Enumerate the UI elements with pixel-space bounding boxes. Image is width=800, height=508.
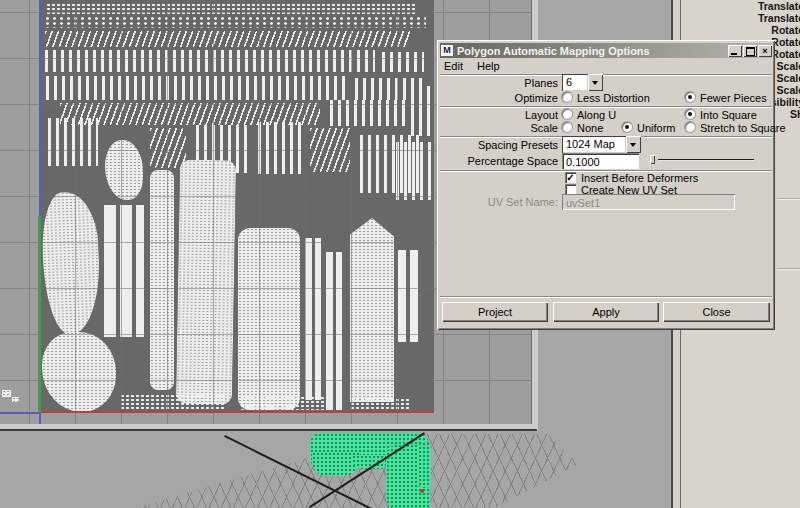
selected-vertex-dot	[420, 489, 424, 493]
uv-set-name-label: UV Set Name:	[437, 196, 558, 208]
uv-shell	[176, 160, 236, 405]
menu-help[interactable]: Help	[477, 60, 500, 72]
uv-shell	[396, 142, 434, 200]
radio-label: Uniform	[637, 122, 676, 134]
uv-axis-extended	[0, 412, 39, 414]
planes-value: 6	[562, 74, 588, 91]
selected-mesh[interactable]	[418, 442, 431, 488]
radio-along-u[interactable]	[562, 109, 572, 119]
uv-shell	[305, 238, 321, 400]
uv-axis-v	[38, 216, 41, 413]
maya-workspace: { "dialog": { "title": "Polygon Automati…	[0, 0, 800, 508]
uv-shell-band	[330, 100, 410, 126]
uv-shell	[12, 397, 19, 402]
apply-button[interactable]: Apply	[553, 302, 659, 322]
uv-shell-band	[350, 398, 410, 410]
dialog-titlebar[interactable]: M Polygon Automatic Mapping Options ×	[440, 43, 772, 58]
radio-label: Along U	[577, 109, 616, 121]
uv-shell	[42, 332, 116, 412]
uv-shell	[258, 122, 304, 174]
percentage-space-label: Percentage Space	[437, 155, 558, 167]
panel-divider	[777, 268, 800, 270]
radio-label: Fewer Pieces	[700, 92, 767, 104]
uv-shell-band	[45, 31, 410, 47]
uv-window-edge[interactable]	[0, 424, 537, 431]
planes-dropdown[interactable]: 6	[562, 74, 603, 91]
slider-handle[interactable]	[650, 155, 655, 164]
close-icon[interactable]: ×	[758, 45, 772, 57]
channel-attr[interactable]: Rotate	[678, 24, 800, 36]
uv-shell	[105, 140, 143, 200]
optimize-label: Optimize	[437, 92, 558, 104]
radio-less-distortion[interactable]	[562, 92, 572, 102]
uv-texture-area	[41, 0, 434, 413]
uv-shell	[2, 390, 11, 397]
uv-shell	[411, 86, 433, 136]
uv-shell-band	[46, 76, 346, 100]
spacing-presets-dropdown[interactable]: 1024 Map	[562, 136, 641, 153]
channel-section-header: SHAPES	[790, 108, 800, 120]
uv-shell	[104, 205, 144, 337]
uv-shell	[398, 250, 420, 342]
panel-divider	[777, 198, 800, 200]
spacing-presets-value: 1024 Map	[562, 136, 626, 153]
dialog-menubar: Edit Help	[440, 58, 772, 73]
uv-shell-band	[45, 50, 375, 72]
close-button[interactable]: Close	[663, 302, 770, 322]
radio-stretch-to-square[interactable]	[685, 122, 695, 132]
divider	[440, 106, 772, 108]
maximize-icon[interactable]	[743, 45, 757, 57]
radio-uniform[interactable]	[622, 122, 632, 132]
radio-into-square[interactable]	[685, 109, 695, 119]
uv-axis-extended	[39, 0, 41, 216]
uv-shell-band	[120, 394, 225, 410]
maya-icon: M	[441, 45, 453, 56]
planes-label: Planes	[437, 77, 558, 89]
uv-shell-band	[382, 52, 424, 72]
checkbox-label: Insert Before Deformers	[581, 172, 698, 184]
project-button[interactable]: Project	[442, 302, 548, 322]
polygon-automatic-mapping-options-dialog: M Polygon Automatic Mapping Options × Ed…	[437, 40, 775, 330]
uv-shell-band	[44, 16, 426, 28]
layout-label: Layout	[437, 109, 558, 121]
uv-shell	[326, 252, 342, 410]
insert-before-deformers-checkbox[interactable]: ✓	[565, 172, 576, 183]
uv-shell	[150, 128, 186, 168]
channel-attr[interactable]: Translate	[678, 0, 800, 12]
menu-edit[interactable]: Edit	[444, 60, 463, 72]
divider	[440, 74, 772, 76]
uv-shell	[238, 228, 300, 410]
uv-shell	[150, 170, 174, 390]
radio-fewer-pieces[interactable]	[685, 92, 695, 102]
uv-shell	[350, 218, 394, 402]
uv-shell	[48, 118, 98, 166]
divider	[440, 296, 772, 298]
radio-label: None	[577, 122, 603, 134]
channel-attr[interactable]: Translate	[678, 12, 800, 24]
checkmark-icon: ✓	[566, 172, 574, 183]
uv-shell-band	[240, 396, 325, 410]
minimize-icon[interactable]	[728, 45, 742, 57]
radio-label: Into Square	[700, 109, 757, 121]
chevron-down-icon[interactable]	[626, 136, 641, 153]
spacing-presets-label: Spacing Presets	[437, 139, 558, 151]
uv-shell	[310, 128, 350, 172]
uv-axis-u	[41, 411, 434, 413]
dialog-title: Polygon Automatic Mapping Options	[457, 45, 727, 57]
radio-label: Stretch to Square	[700, 122, 786, 134]
radio-label: Less Distortion	[577, 92, 650, 104]
scale-label: Scale	[437, 122, 558, 134]
slider-groove[interactable]	[658, 159, 754, 161]
chevron-down-icon[interactable]	[588, 74, 603, 91]
uv-set-name-input	[562, 194, 735, 210]
percentage-space-input[interactable]	[562, 153, 639, 169]
uv-shell	[41, 191, 102, 335]
uv-shell-band	[46, 3, 416, 14]
radio-none[interactable]	[562, 122, 572, 132]
